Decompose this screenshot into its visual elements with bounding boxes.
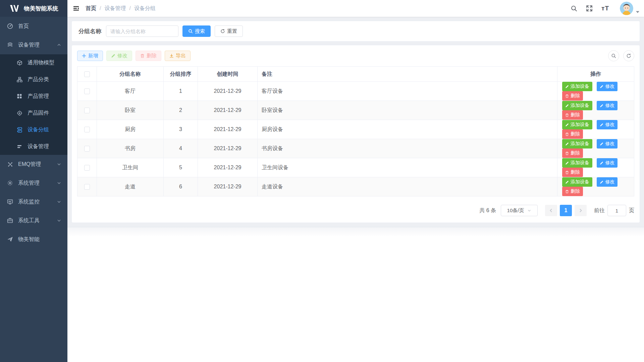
reset-button[interactable]: 重置 <box>215 25 243 37</box>
cell-remark: 走道设备 <box>258 177 557 196</box>
add-device-button[interactable]: 添加设备 <box>562 120 592 129</box>
page-size-select[interactable]: 10条/页 <box>501 205 538 216</box>
sidebar-item-device-management[interactable]: 设备管理 <box>0 36 67 54</box>
sidebar-item-product-management[interactable]: 产品管理 <box>0 88 67 105</box>
font-size-icon[interactable]: тT <box>601 5 609 12</box>
avatar[interactable] <box>620 2 633 15</box>
sidebar-item-product-firmware[interactable]: 产品固件 <box>0 105 67 121</box>
select-all-checkbox[interactable] <box>84 71 90 77</box>
sidebar-fold-icon[interactable] <box>73 5 79 12</box>
fullscreen-icon[interactable] <box>586 5 593 12</box>
chevron-down-icon <box>57 199 61 204</box>
edit-row-button[interactable]: 修改 <box>597 120 618 129</box>
delete-row-button[interactable]: 删除 <box>562 110 583 120</box>
cell-remark: 卫生间设备 <box>258 158 557 177</box>
app-logo[interactable]: 物美智能系统 <box>0 0 67 17</box>
delete-row-button[interactable]: 删除 <box>562 129 583 139</box>
sidebar-item-label: 产品分类 <box>28 76 49 83</box>
page-number-1[interactable]: 1 <box>560 205 572 216</box>
page-suffix-label: 页 <box>629 207 634 214</box>
pagination-goto: 前往 页 <box>594 205 634 216</box>
search-icon <box>188 29 193 34</box>
table-row: 书房 4 2021-12-29 书房设备 添加设备 修改 删除 <box>77 139 634 158</box>
breadcrumb: 首页 / 设备管理 / 设备分组 <box>86 5 156 12</box>
breadcrumb-home[interactable]: 首页 <box>86 5 96 12</box>
refresh-button[interactable] <box>623 50 634 61</box>
edit-row-button[interactable]: 修改 <box>597 101 618 110</box>
group-name-input[interactable] <box>106 25 178 37</box>
sidebar-item-label: 系统管理 <box>18 180 40 187</box>
goto-page-input[interactable] <box>607 205 626 216</box>
next-page-button[interactable] <box>575 205 587 216</box>
cell-created-time: 2021-12-29 <box>198 139 258 158</box>
sidebar-item-system-monitor[interactable]: 系统监控 <box>0 192 67 211</box>
export-button[interactable]: 导出 <box>165 51 191 61</box>
sidebar-item-label: 系统工具 <box>18 217 40 224</box>
add-device-button[interactable]: 添加设备 <box>562 101 592 110</box>
cell-group-name: 卫生间 <box>97 158 164 177</box>
add-device-button[interactable]: 添加设备 <box>562 177 592 187</box>
sidebar-item-label: EMQ管理 <box>18 161 41 168</box>
refresh-icon <box>220 29 225 34</box>
pen-icon <box>600 180 603 184</box>
row-checkbox[interactable] <box>84 108 90 113</box>
add-device-button[interactable]: 添加设备 <box>562 82 592 91</box>
sidebar-item-home[interactable]: 首页 <box>0 17 67 36</box>
edit-row-button[interactable]: 修改 <box>597 158 618 168</box>
sidebar-item-thing-model[interactable]: 通用物模型 <box>0 54 67 71</box>
sidebar-item-product-category[interactable]: 产品分类 <box>0 71 67 88</box>
edit-button[interactable]: 修改 <box>106 51 132 61</box>
user-menu[interactable] <box>620 2 639 15</box>
row-checkbox[interactable] <box>84 88 90 94</box>
add-button[interactable]: 新增 <box>77 51 103 61</box>
breadcrumb-separator: / <box>100 5 101 11</box>
trash-icon <box>565 171 569 174</box>
row-checkbox[interactable] <box>84 146 90 152</box>
sidebar-item-device-list[interactable]: 设备管理 <box>0 138 67 155</box>
brand-logo-icon <box>9 4 21 12</box>
sidebar-item-label: 设备管理 <box>18 42 40 49</box>
pen-icon <box>111 54 115 58</box>
refresh-icon <box>626 53 631 58</box>
table-row: 客厅 1 2021-12-29 客厅设备 添加设备 修改 删除 <box>77 82 634 101</box>
add-device-button[interactable]: 添加设备 <box>562 158 592 168</box>
page-background <box>67 227 644 362</box>
cell-created-time: 2021-12-29 <box>198 101 258 120</box>
pen-icon <box>600 161 603 165</box>
sitemap-icon <box>16 76 23 83</box>
toggle-search-button[interactable] <box>608 50 619 61</box>
chevron-left-icon <box>549 208 553 213</box>
trash-icon <box>565 190 569 193</box>
row-checkbox[interactable] <box>84 165 90 171</box>
sidebar-item-device-group[interactable]: 设备分组 <box>0 121 67 138</box>
delete-row-button[interactable]: 删除 <box>562 187 583 196</box>
prev-page-button[interactable] <box>545 205 557 216</box>
cell-remark: 书房设备 <box>258 139 557 158</box>
sidebar-item-system-tools[interactable]: 系统工具 <box>0 211 67 230</box>
chevron-down-icon <box>57 181 61 185</box>
table-card: 新增 修改 删除 导出 <box>71 45 640 223</box>
row-checkbox[interactable] <box>84 127 90 132</box>
gear-icon <box>7 180 13 186</box>
search-icon[interactable] <box>571 5 577 12</box>
edit-row-button[interactable]: 修改 <box>597 177 618 187</box>
table-row: 厨房 3 2021-12-29 厨房设备 添加设备 修改 删除 <box>77 120 634 139</box>
sidebar-item-wumei-smart[interactable]: 物美智能 <box>0 230 67 249</box>
search-button[interactable]: 搜索 <box>182 25 211 37</box>
page-content: 分组名称 搜索 重置 新增 <box>67 17 644 227</box>
add-device-button[interactable]: 添加设备 <box>562 139 592 148</box>
delete-row-button[interactable]: 删除 <box>562 148 583 158</box>
delete-row-button[interactable]: 删除 <box>562 168 583 177</box>
table-row: 卧室 2 2021-12-29 卧室设备 添加设备 修改 删除 <box>77 101 634 120</box>
breadcrumb-separator: / <box>129 5 130 11</box>
edit-row-button[interactable]: 修改 <box>597 139 618 148</box>
sidebar-item-system-management[interactable]: 系统管理 <box>0 174 67 192</box>
edit-row-button[interactable]: 修改 <box>597 82 618 91</box>
cell-group-name: 厨房 <box>97 120 164 139</box>
sidebar-item-emq-management[interactable]: EMQ管理 <box>0 155 67 174</box>
delete-row-button[interactable]: 删除 <box>562 91 583 101</box>
delete-button[interactable]: 删除 <box>136 51 161 61</box>
cell-remark: 客厅设备 <box>258 82 557 101</box>
row-checkbox[interactable] <box>84 184 90 190</box>
sidebar-menu: 首页 设备管理 通用物模型 <box>0 17 67 362</box>
